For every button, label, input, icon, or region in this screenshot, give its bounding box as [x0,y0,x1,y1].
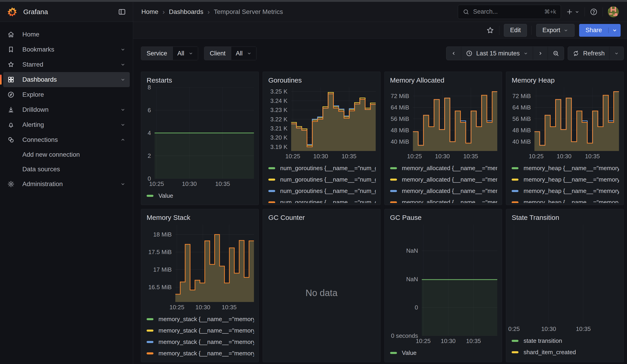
chevron-down-icon [120,107,126,112]
legend-item[interactable]: memory_allocated {__name__="memo [390,185,498,197]
time-range-picker[interactable]: Last 15 minutes [461,47,533,60]
legend-item[interactable]: memory_allocated {__name__="memo [390,174,498,185]
legend-item[interactable]: memory_heap {__name__="memory_h [512,174,619,185]
legend-color-pill [512,201,519,203]
chevron-down-icon [612,28,618,33]
legend-item[interactable]: memory_stack {__name__="memory_s [147,313,254,325]
panel-restarts: Restarts 02468 10:2510:3010:35 Value [141,72,259,205]
sidebar-item-label: Administration [22,180,63,188]
user-avatar[interactable] [608,6,619,17]
legend-item[interactable]: memory_heap {__name__="memory_h [512,162,619,174]
legend-item[interactable]: memory_heap {__name__="memory_h [512,185,619,197]
legend-item[interactable]: memory_heap {__name__="memory_h [512,197,619,203]
main-content: Edit Export Share Service [133,22,627,364]
legend-item[interactable]: shard_item_created [512,346,619,358]
legend-item[interactable]: state transition [512,335,619,346]
edit-button[interactable]: Edit [504,24,527,37]
sidebar-item-administration[interactable]: Administration [3,177,130,192]
legend-item[interactable]: Value [390,347,498,359]
legend-item[interactable]: num_goroutines {__name__="num_go [268,162,376,174]
home-icon [7,31,15,38]
client-variable-label: Client [204,47,231,60]
dock-sidebar-icon[interactable] [118,8,126,16]
panel-title[interactable]: GC Pause [389,211,498,224]
dashboard-actions-bar: Edit Export Share [133,22,627,39]
sidebar-item-label: Drilldown [22,106,49,113]
service-variable-picker[interactable]: All [173,47,198,60]
legend-label: memory_stack {__name__="memory_s [158,350,254,357]
time-zoom-out-button[interactable] [548,47,564,60]
export-button[interactable]: Export [536,24,575,37]
sidebar-item-drilldown[interactable]: Drilldown [3,102,130,117]
sidebar-item-bookmarks[interactable]: Bookmarks [3,42,130,57]
breadcrumb-home[interactable]: Home [141,8,158,15]
legend-color-pill [268,190,275,192]
legend-label: memory_stack {__name__="memory_s [158,316,254,323]
bookmarks-icon [7,46,15,53]
explore-icon [7,91,15,98]
panel-chart[interactable]: 0 seconds0NaNNaN [389,225,498,336]
legend-label: memory_allocated {__name__="memo [402,188,498,195]
refresh-interval-dropdown[interactable] [609,47,624,60]
sidebar-nav: HomeBookmarksStarredDashboardsExploreDri… [0,22,133,364]
panel-title[interactable]: GC Counter [267,211,376,224]
panel-gc-counter: GC CounterNo data [263,209,380,362]
starred-icon [7,61,15,68]
panel-chart[interactable]: 02468 [146,87,254,179]
legend-item[interactable]: memory_stack {__name__="memory_s [147,348,254,359]
y-axis-label: 72 MiB [512,92,531,100]
sidebar-item-alerting[interactable]: Alerting [3,117,130,132]
refresh-button[interactable]: Refresh [568,47,609,60]
panel-chart[interactable] [511,225,619,324]
sidebar-item-home[interactable]: Home [3,27,130,42]
x-axis-label: 10:30 [182,180,197,188]
panel-chart[interactable]: 40 MiB48 MiB56 MiB64 MiB72 MiB [389,87,498,151]
legend-item[interactable]: memory_allocated {__name__="memo [390,197,498,203]
sidebar-item-connections[interactable]: Connections [3,132,130,147]
time-shift-back-button[interactable] [446,47,461,60]
zoom-out-icon [552,50,559,57]
panel-chart[interactable]: 3.19 K3.20 K3.21 K3.22 K3.23 K3.24 K3.25… [267,87,376,151]
help-button[interactable] [590,8,598,16]
sidebar-item-data-sources[interactable]: Data sources [0,162,133,177]
x-axis-label: 10:25 [285,153,300,160]
panel-title[interactable]: Memory Heap [511,74,619,86]
time-shift-forward-button[interactable] [533,47,548,60]
share-dropdown-button[interactable] [608,28,621,33]
sidebar-item-starred[interactable]: Starred [3,57,130,72]
sidebar-item-explore[interactable]: Explore [3,87,130,102]
legend-item[interactable]: memory_stack {__name__="memory_s [147,336,254,348]
search-input[interactable] [473,8,544,15]
panel-title[interactable]: State Transition [511,211,619,224]
panel-title[interactable]: Goroutines [267,74,376,86]
new-button[interactable] [566,8,579,15]
panel-chart[interactable]: 16.5 MiB17 MiB17.5 MiB18 MiB [146,225,254,302]
panel-title[interactable]: Memory Allocated [389,74,498,86]
panel-legend: memory_stack {__name__="memory_s memory_… [146,313,254,360]
panel-legend: memory_heap {__name__="memory_h memory_h… [511,162,619,203]
sidebar-item-add-new-connection[interactable]: Add new connection [0,147,133,162]
service-variable-label: Service [141,47,173,60]
grafana-logo[interactable] [7,7,17,17]
y-axis-label: 16.5 MiB [148,284,172,291]
share-button[interactable]: Share [579,27,608,34]
legend-item[interactable]: num_goroutines {__name__="num_go [268,174,376,185]
legend-color-pill [268,201,275,203]
panel-chart[interactable]: 40 MiB48 MiB56 MiB64 MiB72 MiB [511,87,619,151]
legend-label: Value [402,349,417,357]
panel-title[interactable]: Restarts [146,74,254,86]
breadcrumb-dashboards[interactable]: Dashboards [169,8,203,15]
legend-item[interactable]: memory_stack {__name__="memory_s [147,325,254,336]
legend-item[interactable]: Value [147,190,254,201]
panel-title[interactable]: Memory Stack [146,211,254,224]
legend-item[interactable]: memory_allocated {__name__="memo [390,162,498,174]
client-variable: Client All [204,47,257,60]
legend-label: state transition [523,337,562,344]
sidebar-item-dashboards[interactable]: Dashboards [3,72,130,87]
legend-item[interactable]: num_goroutines {__name__="num_go [268,197,376,203]
client-variable-picker[interactable]: All [231,47,256,60]
y-axis-label: 48 MiB [512,127,531,134]
star-dashboard-button[interactable] [486,26,495,35]
legend-item[interactable]: num_goroutines {__name__="num_go [268,185,376,197]
x-axis-label: 10:30 [435,153,450,160]
